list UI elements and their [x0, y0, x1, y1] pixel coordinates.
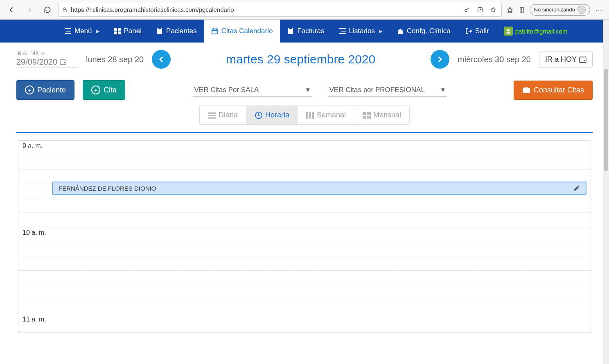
grid-icon: [363, 112, 371, 119]
svg-rect-29: [363, 116, 366, 119]
svg-rect-21: [208, 115, 216, 116]
svg-rect-6: [114, 31, 117, 34]
collections-icon[interactable]: [517, 5, 527, 15]
svg-rect-28: [367, 112, 371, 115]
nav-config-clinica[interactable]: Confg. Clínica: [390, 20, 458, 43]
nav-menu[interactable]: Menú ▶: [57, 20, 107, 43]
star-icon[interactable]: [488, 5, 498, 15]
hour-slot-11[interactable]: 11 a. m.: [18, 314, 591, 333]
tab-mensual[interactable]: Mensual: [354, 106, 409, 124]
svg-rect-30: [367, 116, 371, 119]
columns-icon: [306, 112, 314, 119]
next-day-button[interactable]: [431, 50, 449, 69]
svg-rect-15: [64, 62, 65, 63]
appointment-patient-name: FERNÁNDEZ DE FLORES DIONIO: [59, 185, 156, 192]
nav-citas-calendario[interactable]: Citas Calendario: [204, 20, 280, 43]
url-text: https://hclinicas.programahistoriasclini…: [71, 6, 459, 13]
current-date: martes 29 septiembre 2020: [179, 52, 422, 66]
consultar-citas-button[interactable]: Consultar Citas: [514, 81, 593, 100]
today-label: IR a HOY: [545, 55, 577, 64]
chevron-down-icon: ▾: [306, 85, 310, 94]
svg-rect-10: [212, 29, 218, 34]
dropdown-sala[interactable]: VER Citas Por SALA ▾: [193, 83, 311, 97]
tab-horaria-label: Horaria: [265, 111, 289, 119]
forward-button[interactable]: [22, 2, 37, 17]
user-email: pablito@gmail.com: [515, 28, 568, 35]
user-icon: [504, 27, 513, 36]
refresh-button[interactable]: [40, 2, 55, 17]
nav-menu-label: Menú: [74, 27, 92, 35]
lock-icon: [62, 7, 68, 13]
tab-mensual-label: Mensual: [373, 111, 401, 119]
go-to-today-button[interactable]: IR a HOY: [539, 52, 593, 67]
paciente-label: Paciente: [37, 86, 66, 94]
calendar-body[interactable]: 9 a. m. FERNÁNDEZ DE FLORES DIONIO 10 a.…: [18, 140, 591, 333]
nav-pacientes[interactable]: Pacientes: [149, 20, 204, 43]
svg-point-1: [465, 9, 467, 11]
nav-listados[interactable]: Listados ▶: [332, 20, 390, 43]
svg-rect-0: [63, 9, 66, 12]
tab-semanal[interactable]: Semanal: [298, 106, 354, 124]
svg-rect-19: [525, 87, 528, 89]
avatar-icon: [577, 6, 586, 14]
svg-rect-7: [118, 31, 121, 34]
cita-label: Cita: [104, 86, 117, 94]
view-tabs: Diaria Horaria Semanal Mensual: [199, 106, 410, 125]
svg-rect-17: [584, 60, 585, 61]
sync-status[interactable]: No sincronizando: [530, 4, 590, 16]
svg-rect-22: [208, 117, 216, 119]
svg-rect-26: [312, 112, 314, 119]
key-icon[interactable]: [462, 5, 472, 15]
svg-rect-5: [118, 28, 121, 31]
clock-icon: [255, 111, 263, 119]
dropdown-prof-label: VER Citas por PROFESIONAL: [329, 86, 425, 94]
svg-rect-4: [114, 28, 117, 31]
nav-salir[interactable]: Salir: [458, 20, 496, 43]
svg-rect-12: [289, 28, 292, 29]
chevron-right-icon: ▶: [379, 29, 382, 34]
svg-rect-9: [158, 28, 161, 29]
pencil-icon[interactable]: [573, 185, 580, 191]
back-button[interactable]: [4, 2, 19, 17]
plus-icon: +: [91, 85, 100, 94]
calendar-icon: [60, 58, 66, 65]
tab-diaria-label: Diaria: [219, 111, 238, 119]
user-badge[interactable]: pablito@gmail.com: [496, 20, 575, 43]
add-paciente-button[interactable]: + Paciente: [16, 80, 74, 100]
prev-day-button[interactable]: [152, 50, 171, 69]
add-cita-button[interactable]: + Cita: [83, 80, 125, 100]
address-bar[interactable]: https://hclinicas.programahistoriasclini…: [58, 3, 502, 17]
go-to-day-widget[interactable]: IR AL DÍA -> 29/09/2020: [16, 51, 78, 68]
calendar-today-icon: [579, 56, 586, 63]
svg-rect-25: [309, 112, 311, 119]
hour-slot-10[interactable]: 10 a. m.: [18, 227, 591, 314]
content-area: IR AL DÍA -> 29/09/2020 lunes 28 sep 20 …: [0, 43, 609, 333]
date-value: 29/09/2020: [16, 57, 57, 67]
tab-diaria[interactable]: Diaria: [200, 106, 246, 124]
appointment-item[interactable]: FERNÁNDEZ DE FLORES DIONIO: [52, 182, 586, 195]
svg-rect-27: [363, 112, 366, 115]
date-navigation-row: IR AL DÍA -> 29/09/2020 lunes 28 sep 20 …: [16, 50, 593, 69]
nav-listados-label: Listados: [349, 27, 375, 35]
main-nav: Menú ▶ Panel Pacientes Citas Calendario …: [0, 20, 609, 43]
favorites-icon[interactable]: [505, 5, 515, 15]
plus-icon: +: [25, 85, 34, 94]
dropdown-profesional[interactable]: VER Citas por PROFESIONAL ▾: [328, 83, 447, 97]
nav-panel[interactable]: Panel: [107, 20, 149, 43]
hour-label: 11 a. m.: [23, 316, 46, 323]
next-day-label: miércoles 30 sep 20: [458, 55, 531, 64]
more-menu[interactable]: ⋯: [593, 5, 605, 14]
browser-chrome: https://hclinicas.programahistoriasclini…: [0, 0, 609, 20]
open-external-icon[interactable]: [475, 5, 485, 15]
chrome-right-controls: No sincronizando ⋯: [505, 4, 605, 16]
date-input[interactable]: 29/09/2020: [16, 57, 78, 68]
hour-slot-9[interactable]: 9 a. m. FERNÁNDEZ DE FLORES DIONIO: [18, 141, 591, 227]
svg-rect-11: [288, 28, 293, 34]
tab-semanal-label: Semanal: [317, 111, 346, 119]
nav-config-label: Confg. Clínica: [407, 27, 451, 35]
go-to-day-label: IR AL DÍA ->: [16, 51, 78, 56]
tab-horaria[interactable]: Horaria: [246, 106, 298, 124]
nav-citas-label: Citas Calendario: [221, 27, 273, 35]
chevron-right-icon: ▶: [96, 29, 99, 34]
nav-facturas[interactable]: Facturas: [280, 20, 332, 43]
